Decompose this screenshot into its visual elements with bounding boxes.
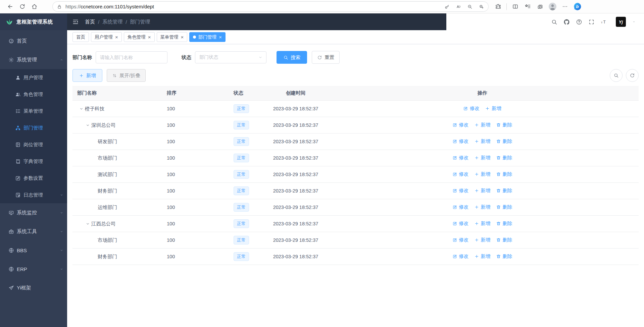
table-row: 橙子科技100正常2023-03-29 18:52:37修改新增 bbox=[72, 101, 639, 117]
menu-fold-button[interactable] bbox=[72, 18, 79, 25]
add-button[interactable]: 新增 bbox=[72, 69, 102, 82]
tab-菜单管理[interactable]: 菜单管理× bbox=[157, 32, 188, 42]
status-badge: 正常 bbox=[234, 236, 249, 244]
collections-button[interactable] bbox=[535, 1, 545, 12]
add-link[interactable]: 新增 bbox=[474, 253, 491, 260]
edit-link[interactable]: 修改 bbox=[452, 138, 469, 145]
sidebar-item-monitor[interactable]: 系统监控 bbox=[0, 203, 67, 222]
delete-link[interactable]: 删除 bbox=[496, 171, 512, 177]
font-size-button[interactable]: TT bbox=[601, 19, 607, 25]
sidebar-item-param-edit[interactable]: 参数设置 bbox=[0, 170, 67, 186]
edit-link[interactable]: 修改 bbox=[452, 122, 469, 128]
sidebar-item-toolbox[interactable]: 系统工具 bbox=[0, 222, 67, 241]
add-link[interactable]: 新增 bbox=[474, 204, 491, 210]
address-bar[interactable]: https://ccnetcore.com:1101/system/dept bbox=[52, 1, 489, 12]
refresh-button[interactable] bbox=[16, 1, 28, 12]
lock-icon bbox=[57, 4, 62, 9]
add-link[interactable]: 新增 bbox=[474, 155, 491, 161]
back-button[interactable] bbox=[4, 1, 16, 12]
tab-角色管理[interactable]: 角色管理× bbox=[124, 32, 155, 42]
edit-link[interactable]: 修改 bbox=[452, 220, 469, 227]
profile-button[interactable] bbox=[547, 1, 558, 12]
edit-link[interactable]: 修改 bbox=[452, 171, 469, 177]
plus-icon bbox=[79, 73, 84, 78]
bing-button[interactable]: b bbox=[572, 1, 583, 12]
zoom-out-button[interactable] bbox=[465, 2, 475, 11]
edit-link[interactable]: 修改 bbox=[463, 105, 480, 112]
sidebar-item-dashboard[interactable]: 首页 bbox=[0, 32, 67, 50]
close-icon[interactable]: × bbox=[148, 35, 151, 40]
fullscreen-button[interactable] bbox=[588, 19, 595, 25]
read-aloud-button[interactable] bbox=[453, 2, 463, 11]
edit-link[interactable]: 修改 bbox=[452, 253, 469, 260]
table-toolbar: 新增 展开/折叠 bbox=[72, 69, 639, 82]
reset-button[interactable]: 重置 bbox=[312, 51, 340, 64]
sidebar-item-log-edit[interactable]: 日志管理 bbox=[0, 186, 67, 203]
help-button[interactable] bbox=[576, 19, 582, 25]
status-select[interactable]: 部门状态 bbox=[195, 51, 266, 63]
add-link[interactable]: 新增 bbox=[474, 171, 491, 177]
breadcrumb-home[interactable]: 首页 bbox=[85, 19, 95, 25]
add-link[interactable]: 新增 bbox=[474, 220, 491, 227]
close-icon[interactable]: × bbox=[181, 35, 184, 40]
edit-link[interactable]: 修改 bbox=[452, 237, 469, 243]
more-button[interactable] bbox=[559, 1, 570, 12]
star-add-button[interactable] bbox=[476, 2, 486, 11]
edit-link[interactable]: 修改 bbox=[452, 204, 469, 210]
extensions-button[interactable] bbox=[493, 1, 503, 12]
dept-sort: 100 bbox=[161, 155, 232, 161]
home-button[interactable] bbox=[28, 1, 40, 12]
org-tree-icon bbox=[15, 125, 21, 131]
user-avatar[interactable]: Yj bbox=[616, 17, 626, 27]
sidebar-item-globe[interactable]: ERP bbox=[0, 260, 67, 278]
delete-link[interactable]: 删除 bbox=[496, 204, 512, 210]
dept-name-label: 部门名称 bbox=[72, 54, 92, 61]
search-button[interactable] bbox=[551, 19, 557, 25]
dept-name-input[interactable] bbox=[96, 51, 167, 63]
delete-link[interactable]: 删除 bbox=[496, 155, 512, 161]
delete-link[interactable]: 删除 bbox=[496, 253, 512, 260]
fold-icon bbox=[72, 18, 79, 25]
expand-collapse-button[interactable]: 展开/折叠 bbox=[107, 69, 146, 82]
sidebar-item-post-badge[interactable]: 岗位管理 bbox=[0, 136, 67, 153]
close-icon[interactable]: × bbox=[219, 35, 222, 40]
add-link[interactable]: 新增 bbox=[474, 122, 491, 128]
delete-link[interactable]: 删除 bbox=[496, 138, 512, 145]
add-link[interactable]: 新增 bbox=[474, 138, 491, 145]
tab-部门管理[interactable]: 部门管理× bbox=[189, 32, 226, 42]
close-icon[interactable]: × bbox=[115, 35, 118, 40]
sidebar-item-gear[interactable]: 系统管理 bbox=[0, 50, 67, 69]
favorites-button[interactable] bbox=[522, 1, 533, 12]
breadcrumb-system[interactable]: 系统管理 bbox=[102, 19, 122, 25]
refresh-table-button[interactable] bbox=[626, 69, 639, 82]
add-link[interactable]: 新增 bbox=[485, 105, 501, 112]
sidebar-item-users[interactable]: 角色管理 bbox=[0, 86, 67, 103]
sidebar-item-user[interactable]: 用户管理 bbox=[0, 69, 67, 86]
toolbar-divider bbox=[506, 3, 507, 10]
add-link[interactable]: 新增 bbox=[474, 187, 491, 194]
delete-link[interactable]: 删除 bbox=[496, 220, 512, 227]
tab-首页[interactable]: 首页 bbox=[72, 32, 89, 42]
delete-link[interactable]: 删除 bbox=[496, 122, 512, 128]
edit-link[interactable]: 修改 bbox=[452, 155, 469, 161]
sidebar-item-org-tree[interactable]: 部门管理 bbox=[0, 119, 67, 136]
split-screen-button[interactable] bbox=[510, 1, 521, 12]
delete-link[interactable]: 删除 bbox=[496, 237, 512, 243]
url-text[interactable]: https://ccnetcore.com:1101/system/dept bbox=[65, 4, 442, 9]
browser-nav-buttons bbox=[4, 1, 40, 12]
key-button[interactable] bbox=[442, 2, 452, 11]
chevron-down-icon bbox=[258, 55, 263, 60]
delete-link[interactable]: 删除 bbox=[496, 187, 512, 194]
tab-用户管理[interactable]: 用户管理× bbox=[91, 32, 122, 42]
caret-down-icon bbox=[632, 20, 636, 24]
app-logo[interactable]: 意框架管理系统 bbox=[0, 13, 67, 30]
github-button[interactable] bbox=[563, 19, 570, 25]
add-link[interactable]: 新增 bbox=[474, 237, 491, 243]
sidebar-item-globe[interactable]: BBS bbox=[0, 241, 67, 260]
toggle-search-button[interactable] bbox=[610, 69, 623, 82]
sidebar-item-send[interactable]: Yi框架 bbox=[0, 278, 67, 297]
edit-link[interactable]: 修改 bbox=[452, 187, 469, 194]
search-button[interactable]: 搜索 bbox=[277, 51, 307, 64]
sidebar-item-menu-list[interactable]: 菜单管理 bbox=[0, 103, 67, 119]
sidebar-item-dictionary[interactable]: 字典管理 bbox=[0, 153, 67, 170]
